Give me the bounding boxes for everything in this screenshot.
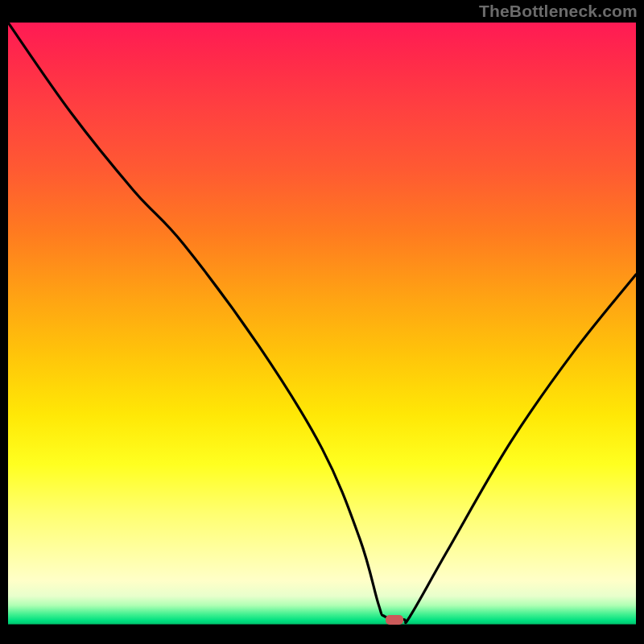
attribution-text: TheBottleneck.com — [479, 2, 638, 21]
chart-frame: TheBottleneck.com — [0, 0, 644, 644]
plot-area — [8, 23, 636, 636]
bottleneck-curve — [8, 23, 636, 636]
minimum-marker — [386, 615, 403, 625]
